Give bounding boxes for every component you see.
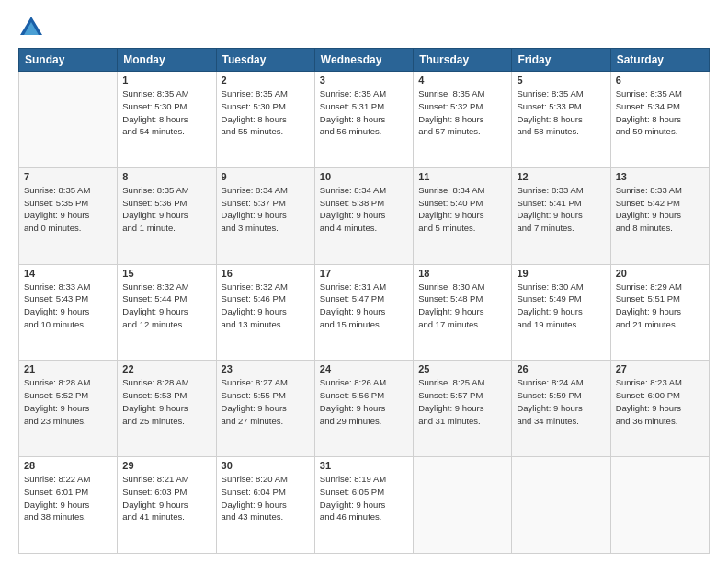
- day-info: Sunrise: 8:35 AMSunset: 5:32 PMDaylight:…: [418, 87, 506, 138]
- week-row-4: 21Sunrise: 8:28 AMSunset: 5:52 PMDayligh…: [19, 361, 710, 457]
- calendar-cell: 12Sunrise: 8:33 AMSunset: 5:41 PMDayligh…: [512, 167, 610, 264]
- day-info: Sunrise: 8:33 AMSunset: 5:42 PMDaylight:…: [616, 184, 704, 235]
- calendar-cell: 27Sunrise: 8:23 AMSunset: 6:00 PMDayligh…: [610, 361, 709, 457]
- weekday-header-sunday: Sunday: [19, 49, 118, 72]
- day-number: 28: [24, 460, 112, 471]
- calendar-page: SundayMondayTuesdayWednesdayThursdayFrid…: [0, 0, 728, 563]
- weekday-header-monday: Monday: [118, 49, 216, 72]
- day-number: 1: [122, 75, 210, 86]
- day-number: 6: [616, 75, 704, 86]
- day-number: 21: [24, 363, 112, 374]
- day-number: 30: [222, 460, 310, 471]
- day-number: 5: [517, 75, 605, 86]
- day-number: 27: [616, 363, 704, 374]
- calendar-cell: 20Sunrise: 8:29 AMSunset: 5:51 PMDayligh…: [610, 264, 709, 361]
- calendar-cell: 17Sunrise: 8:31 AMSunset: 5:47 PMDayligh…: [314, 264, 413, 361]
- weekday-header-wednesday: Wednesday: [314, 49, 413, 72]
- logo-icon: [18, 15, 44, 40]
- calendar-cell: 15Sunrise: 8:32 AMSunset: 5:44 PMDayligh…: [118, 264, 216, 361]
- calendar-cell: 26Sunrise: 8:24 AMSunset: 5:59 PMDayligh…: [512, 361, 610, 457]
- calendar-cell: 14Sunrise: 8:33 AMSunset: 5:43 PMDayligh…: [19, 264, 118, 361]
- day-info: Sunrise: 8:21 AMSunset: 6:03 PMDaylight:…: [122, 473, 210, 523]
- day-info: Sunrise: 8:33 AMSunset: 5:41 PMDaylight:…: [517, 184, 605, 235]
- day-number: 20: [616, 268, 704, 279]
- calendar-cell: 28Sunrise: 8:22 AMSunset: 6:01 PMDayligh…: [19, 457, 118, 554]
- day-info: Sunrise: 8:25 AMSunset: 5:57 PMDaylight:…: [418, 376, 506, 427]
- calendar-table: SundayMondayTuesdayWednesdayThursdayFrid…: [18, 48, 710, 554]
- weekday-header-friday: Friday: [512, 49, 610, 72]
- day-info: Sunrise: 8:34 AMSunset: 5:37 PMDaylight:…: [222, 184, 310, 235]
- weekday-header-tuesday: Tuesday: [216, 49, 314, 72]
- day-info: Sunrise: 8:23 AMSunset: 6:00 PMDaylight:…: [616, 376, 704, 427]
- logo: [18, 15, 48, 40]
- calendar-cell: 22Sunrise: 8:28 AMSunset: 5:53 PMDayligh…: [118, 361, 216, 457]
- calendar-cell: 13Sunrise: 8:33 AMSunset: 5:42 PMDayligh…: [610, 167, 709, 264]
- day-number: 22: [122, 363, 210, 374]
- calendar-cell: [19, 72, 118, 168]
- calendar-cell: 16Sunrise: 8:32 AMSunset: 5:46 PMDayligh…: [216, 264, 314, 361]
- day-number: 2: [222, 75, 310, 86]
- calendar-cell: 25Sunrise: 8:25 AMSunset: 5:57 PMDayligh…: [414, 361, 512, 457]
- day-number: 14: [24, 268, 112, 279]
- day-info: Sunrise: 8:35 AMSunset: 5:33 PMDaylight:…: [517, 87, 605, 138]
- calendar-cell: 30Sunrise: 8:20 AMSunset: 6:04 PMDayligh…: [216, 457, 314, 554]
- day-number: 15: [122, 268, 210, 279]
- day-number: 10: [320, 171, 408, 182]
- calendar-cell: 4Sunrise: 8:35 AMSunset: 5:32 PMDaylight…: [414, 72, 512, 168]
- header: [18, 15, 710, 40]
- day-number: 7: [24, 171, 112, 182]
- weekday-header-row: SundayMondayTuesdayWednesdayThursdayFrid…: [19, 49, 710, 72]
- day-number: 26: [517, 363, 605, 374]
- calendar-cell: 2Sunrise: 8:35 AMSunset: 5:30 PMDaylight…: [216, 72, 314, 168]
- calendar-cell: 1Sunrise: 8:35 AMSunset: 5:30 PMDaylight…: [118, 72, 216, 168]
- day-info: Sunrise: 8:32 AMSunset: 5:46 PMDaylight:…: [222, 281, 310, 331]
- day-number: 9: [222, 171, 310, 182]
- day-info: Sunrise: 8:26 AMSunset: 5:56 PMDaylight:…: [320, 376, 408, 427]
- weekday-header-thursday: Thursday: [414, 49, 512, 72]
- day-number: 24: [320, 363, 408, 374]
- calendar-cell: 5Sunrise: 8:35 AMSunset: 5:33 PMDaylight…: [512, 72, 610, 168]
- day-info: Sunrise: 8:29 AMSunset: 5:51 PMDaylight:…: [616, 281, 704, 331]
- week-row-1: 1Sunrise: 8:35 AMSunset: 5:30 PMDaylight…: [19, 72, 710, 168]
- day-info: Sunrise: 8:35 AMSunset: 5:36 PMDaylight:…: [122, 184, 210, 235]
- day-info: Sunrise: 8:35 AMSunset: 5:30 PMDaylight:…: [122, 87, 210, 138]
- day-number: 3: [320, 75, 408, 86]
- day-number: 23: [222, 363, 310, 374]
- day-number: 17: [320, 268, 408, 279]
- calendar-cell: [610, 457, 709, 554]
- day-info: Sunrise: 8:27 AMSunset: 5:55 PMDaylight:…: [222, 376, 310, 427]
- day-number: 25: [418, 363, 506, 374]
- calendar-cell: 19Sunrise: 8:30 AMSunset: 5:49 PMDayligh…: [512, 264, 610, 361]
- calendar-cell: 11Sunrise: 8:34 AMSunset: 5:40 PMDayligh…: [414, 167, 512, 264]
- day-number: 16: [222, 268, 310, 279]
- week-row-2: 7Sunrise: 8:35 AMSunset: 5:35 PMDaylight…: [19, 167, 710, 264]
- calendar-cell: 8Sunrise: 8:35 AMSunset: 5:36 PMDaylight…: [118, 167, 216, 264]
- calendar-cell: [512, 457, 610, 554]
- day-number: 8: [122, 171, 210, 182]
- calendar-cell: 18Sunrise: 8:30 AMSunset: 5:48 PMDayligh…: [414, 264, 512, 361]
- day-info: Sunrise: 8:32 AMSunset: 5:44 PMDaylight:…: [122, 281, 210, 331]
- day-info: Sunrise: 8:34 AMSunset: 5:38 PMDaylight:…: [320, 184, 408, 235]
- day-number: 31: [320, 460, 408, 471]
- day-number: 4: [418, 75, 506, 86]
- day-number: 19: [517, 268, 605, 279]
- day-number: 13: [616, 171, 704, 182]
- day-info: Sunrise: 8:35 AMSunset: 5:30 PMDaylight:…: [222, 87, 310, 138]
- week-row-5: 28Sunrise: 8:22 AMSunset: 6:01 PMDayligh…: [19, 457, 710, 554]
- calendar-cell: 24Sunrise: 8:26 AMSunset: 5:56 PMDayligh…: [314, 361, 413, 457]
- calendar-cell: 9Sunrise: 8:34 AMSunset: 5:37 PMDaylight…: [216, 167, 314, 264]
- day-info: Sunrise: 8:30 AMSunset: 5:49 PMDaylight:…: [517, 281, 605, 331]
- day-info: Sunrise: 8:19 AMSunset: 6:05 PMDaylight:…: [320, 473, 408, 523]
- calendar-cell: 7Sunrise: 8:35 AMSunset: 5:35 PMDaylight…: [19, 167, 118, 264]
- day-number: 18: [418, 268, 506, 279]
- day-number: 11: [418, 171, 506, 182]
- day-info: Sunrise: 8:28 AMSunset: 5:53 PMDaylight:…: [122, 376, 210, 427]
- day-info: Sunrise: 8:31 AMSunset: 5:47 PMDaylight:…: [320, 281, 408, 331]
- week-row-3: 14Sunrise: 8:33 AMSunset: 5:43 PMDayligh…: [19, 264, 710, 361]
- day-info: Sunrise: 8:35 AMSunset: 5:34 PMDaylight:…: [616, 87, 704, 138]
- calendar-cell: 29Sunrise: 8:21 AMSunset: 6:03 PMDayligh…: [118, 457, 216, 554]
- day-info: Sunrise: 8:22 AMSunset: 6:01 PMDaylight:…: [24, 473, 112, 523]
- calendar-cell: 23Sunrise: 8:27 AMSunset: 5:55 PMDayligh…: [216, 361, 314, 457]
- day-info: Sunrise: 8:34 AMSunset: 5:40 PMDaylight:…: [418, 184, 506, 235]
- calendar-cell: [414, 457, 512, 554]
